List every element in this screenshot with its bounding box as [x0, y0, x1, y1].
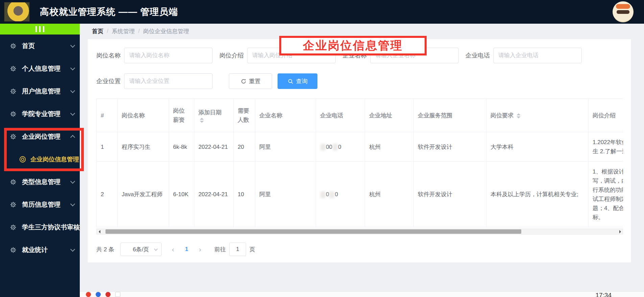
- chevron-down-icon: [70, 65, 75, 70]
- cell-company: 阿里: [255, 162, 316, 227]
- search-form-row-2: 企业位置 重置 查询: [96, 73, 622, 89]
- company-phone-input[interactable]: [493, 48, 582, 63]
- main-content: 首页 / 系统管理 / 岗位企业信息管理 岗位名称 岗位介绍 企业名称: [80, 24, 644, 297]
- sidebar-item-label: 企业岗位管理: [22, 132, 61, 141]
- chevron-down-icon: [70, 179, 75, 183]
- taskbar-clock: 17:34: [595, 292, 612, 297]
- col-salary: 岗位薪资: [169, 99, 194, 132]
- col-job-intro: 岗位介绍: [589, 99, 623, 132]
- app-logo: [4, 2, 30, 22]
- sidebar-item-label: 用户信息管理: [22, 87, 61, 96]
- taskbar-app-icon[interactable]: [115, 292, 120, 297]
- jobs-table: # 岗位名称 岗位薪资 添加日期 需要人数 企业名称 企业电话 企业地址 企业服…: [96, 98, 623, 227]
- chevron-up-icon: [70, 135, 75, 139]
- sidebar-item-home[interactable]: 首页: [0, 35, 80, 57]
- job-name-input[interactable]: [124, 48, 213, 63]
- sidebar-menu: 首页 个人信息管理 用户信息管理 学院专: [0, 35, 80, 261]
- sidebar-item-label: 简历信息管理: [22, 200, 61, 209]
- menu-bars-icon: [39, 26, 41, 32]
- breadcrumb-system-management[interactable]: 系统管理: [112, 27, 135, 35]
- cell-require: 大学本科: [486, 132, 589, 162]
- chevron-down-icon: [154, 247, 158, 251]
- cell-date: 2022-04-21: [194, 132, 234, 162]
- table-row: 1 程序实习生 6k-8k 2022-04-21 20 阿里 000 杭州 软件…: [97, 132, 623, 162]
- taskbar-app-icon[interactable]: [86, 292, 91, 297]
- sidebar-item-employment-stats[interactable]: 就业统计: [0, 238, 80, 261]
- table-row: 2 Java开发工程师 6-10K 2022-04-21 10 阿里 00 杭州…: [97, 162, 623, 227]
- taskbar-app-icon[interactable]: [105, 292, 111, 297]
- caret-sort-icon[interactable]: [517, 113, 521, 118]
- scroll-right-arrow[interactable]: [617, 229, 623, 234]
- query-label: 查询: [296, 77, 308, 85]
- goto-page-input[interactable]: [229, 243, 246, 256]
- cell-require: 本科及以上学历，计算机相关专业;: [486, 162, 589, 227]
- breadcrumb-home[interactable]: 首页: [92, 27, 103, 35]
- chevron-down-icon: [70, 201, 75, 206]
- cell-address: 杭州: [365, 132, 414, 162]
- gear-icon: [9, 110, 17, 118]
- breadcrumb-separator: /: [107, 28, 109, 35]
- sidebar-item-label: 就业统计: [22, 246, 48, 254]
- cell-phone-redacted: 000: [316, 132, 365, 162]
- table-header-row: # 岗位名称 岗位薪资 添加日期 需要人数 企业名称 企业电话 企业地址 企业服…: [97, 99, 623, 132]
- cell-date: 2022-04-21: [194, 162, 234, 227]
- sidebar-collapse-button[interactable]: [0, 24, 80, 35]
- sidebar-item-type-info[interactable]: 类型信息管理: [0, 170, 80, 193]
- scroll-left-arrow[interactable]: [97, 229, 102, 234]
- cell-salary: 6k-8k: [169, 132, 194, 162]
- col-date-sortable[interactable]: 添加日期: [194, 99, 234, 132]
- cell-index: 1: [97, 132, 118, 162]
- redaction-blur: [329, 191, 334, 198]
- taskbar-strip: 17:34: [80, 291, 644, 297]
- chevron-down-icon: [70, 111, 75, 115]
- jobs-table-container: # 岗位名称 岗位薪资 添加日期 需要人数 企业名称 企业电话 企业地址 企业服…: [96, 98, 623, 227]
- user-avatar[interactable]: [613, 1, 634, 22]
- cell-job-name: 程序实习生: [118, 132, 169, 162]
- search-field-company-location: 企业位置: [96, 73, 213, 89]
- chevron-down-icon: [70, 88, 75, 93]
- sidebar: 首页 个人信息管理 用户信息管理 学院专: [0, 24, 80, 297]
- page-number-1[interactable]: 1: [180, 246, 193, 253]
- annotation-title-text: 企业岗位信息管理: [303, 38, 403, 53]
- scrollbar-thumb[interactable]: [105, 229, 521, 234]
- sidebar-item-company-job[interactable]: 企业岗位管理: [0, 125, 80, 148]
- cell-intro: 1.2022年软件工 生 2.了解一到两: [589, 132, 623, 162]
- cell-scope: 软件开发设计: [414, 162, 486, 227]
- cell-address: 杭州: [365, 162, 414, 227]
- sidebar-item-college-major[interactable]: 学院专业管理: [0, 102, 80, 125]
- col-job-require-sortable[interactable]: 岗位要求: [486, 99, 589, 132]
- caret-sort-icon[interactable]: [200, 118, 204, 123]
- redaction-blur: [320, 144, 326, 151]
- ring-gear-icon: [19, 156, 26, 163]
- cell-index: 2: [97, 162, 118, 227]
- sidebar-item-label: 首页: [22, 42, 35, 50]
- search-field-company-phone: 企业电话: [466, 48, 582, 63]
- col-company-name: 企业名称: [255, 99, 316, 132]
- taskbar-app-icon[interactable]: [96, 292, 101, 297]
- col-headcount: 需要人数: [234, 99, 255, 132]
- sidebar-subitem-company-job-info[interactable]: 企业岗位信息管理: [0, 148, 80, 170]
- top-header-bar: 高校就业管理系统 —— 管理员端: [0, 0, 644, 24]
- total-count: 共 2 条: [96, 246, 114, 253]
- sidebar-subitem-label: 企业岗位信息管理: [30, 155, 79, 163]
- col-index: #: [97, 99, 118, 132]
- prev-page-button[interactable]: ‹: [166, 246, 180, 253]
- cell-job-name: Java开发工程师: [118, 162, 169, 227]
- menu-bars-icon: [35, 26, 37, 32]
- reset-button[interactable]: 重置: [229, 73, 272, 89]
- sidebar-item-label: 学生三方协议书审核: [22, 223, 80, 232]
- sidebar-item-agreement-review[interactable]: 学生三方协议书审核: [0, 216, 80, 238]
- redaction-blur: [333, 144, 338, 151]
- page-size-select[interactable]: 6条/页: [120, 243, 162, 256]
- query-button[interactable]: 查询: [278, 73, 317, 89]
- sidebar-item-resume-info[interactable]: 简历信息管理: [0, 193, 80, 216]
- breadcrumb-current: 岗位企业信息管理: [143, 27, 189, 35]
- search-icon: [288, 78, 293, 84]
- field-label: 岗位名称: [96, 51, 124, 60]
- next-page-button[interactable]: ›: [193, 246, 207, 253]
- sidebar-item-user-info[interactable]: 用户信息管理: [0, 80, 80, 102]
- gear-icon: [9, 88, 17, 95]
- sidebar-item-personal-info[interactable]: 个人信息管理: [0, 57, 80, 80]
- horizontal-scrollbar[interactable]: [96, 229, 623, 234]
- company-location-input[interactable]: [124, 73, 213, 89]
